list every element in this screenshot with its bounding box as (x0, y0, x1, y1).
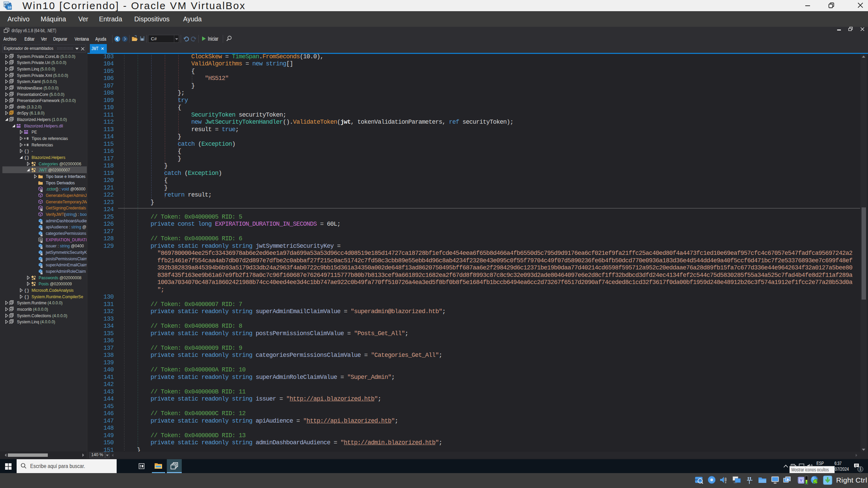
svg-text:{}: {} (24, 294, 29, 299)
svg-text:{}: {} (24, 155, 29, 160)
svg-text:V: V (800, 478, 803, 482)
svg-text:10: 10 (8, 5, 12, 9)
svg-text:{}: {} (24, 288, 29, 293)
svg-text:{}: {} (24, 149, 29, 154)
